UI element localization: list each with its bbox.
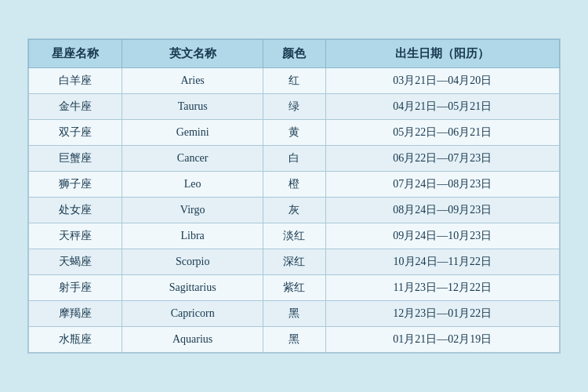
table-row: 天蝎座Scorpio深红10月24日—11月22日 xyxy=(29,249,560,275)
cell-chinese: 狮子座 xyxy=(29,172,122,198)
cell-color: 深红 xyxy=(263,249,325,275)
cell-english: Scorpio xyxy=(122,249,263,275)
table-row: 处女座Virgo灰08月24日—09月23日 xyxy=(29,198,560,223)
cell-color: 黄 xyxy=(263,120,325,146)
cell-color: 紫红 xyxy=(263,275,325,301)
table-row: 巨蟹座Cancer白06月22日—07月23日 xyxy=(29,146,560,172)
table-row: 白羊座Aries红03月21日—04月20日 xyxy=(29,68,560,94)
cell-english: Capricorn xyxy=(122,301,263,327)
cell-date: 12月23日—01月22日 xyxy=(325,301,559,327)
cell-english: Sagittarius xyxy=(122,275,263,301)
table-row: 金牛座Taurus绿04月21日—05月21日 xyxy=(29,94,560,120)
header-date: 出生日期（阳历） xyxy=(325,40,559,68)
cell-date: 09月24日—10月23日 xyxy=(325,223,559,249)
cell-chinese: 巨蟹座 xyxy=(29,146,122,172)
zodiac-table: 星座名称 英文名称 颜色 出生日期（阳历） 白羊座Aries红03月21日—04… xyxy=(28,39,560,353)
cell-date: 08月24日—09月23日 xyxy=(325,198,559,223)
header-chinese: 星座名称 xyxy=(29,40,122,68)
table-header-row: 星座名称 英文名称 颜色 出生日期（阳历） xyxy=(29,40,560,68)
cell-date: 05月22日—06月21日 xyxy=(325,120,559,146)
zodiac-table-container: 星座名称 英文名称 颜色 出生日期（阳历） 白羊座Aries红03月21日—04… xyxy=(27,38,561,354)
cell-date: 06月22日—07月23日 xyxy=(325,146,559,172)
cell-color: 绿 xyxy=(263,94,325,120)
cell-english: Gemini xyxy=(122,120,263,146)
cell-chinese: 水瓶座 xyxy=(29,327,122,353)
cell-date: 10月24日—11月22日 xyxy=(325,249,559,275)
header-color: 颜色 xyxy=(263,40,325,68)
cell-english: Cancer xyxy=(122,146,263,172)
table-row: 水瓶座Aquarius黑01月21日—02月19日 xyxy=(29,327,560,353)
cell-date: 11月23日—12月22日 xyxy=(325,275,559,301)
cell-color: 橙 xyxy=(263,172,325,198)
cell-english: Libra xyxy=(122,223,263,249)
cell-color: 黑 xyxy=(263,327,325,353)
cell-english: Aries xyxy=(122,68,263,94)
table-body: 白羊座Aries红03月21日—04月20日金牛座Taurus绿04月21日—0… xyxy=(29,68,560,353)
cell-english: Taurus xyxy=(122,94,263,120)
cell-chinese: 金牛座 xyxy=(29,94,122,120)
table-row: 摩羯座Capricorn黑12月23日—01月22日 xyxy=(29,301,560,327)
cell-color: 灰 xyxy=(263,198,325,223)
table-row: 射手座Sagittarius紫红11月23日—12月22日 xyxy=(29,275,560,301)
cell-chinese: 天蝎座 xyxy=(29,249,122,275)
cell-color: 淡红 xyxy=(263,223,325,249)
cell-english: Virgo xyxy=(122,198,263,223)
cell-color: 白 xyxy=(263,146,325,172)
cell-date: 04月21日—05月21日 xyxy=(325,94,559,120)
cell-date: 01月21日—02月19日 xyxy=(325,327,559,353)
header-english: 英文名称 xyxy=(122,40,263,68)
cell-color: 黑 xyxy=(263,301,325,327)
cell-chinese: 射手座 xyxy=(29,275,122,301)
cell-chinese: 摩羯座 xyxy=(29,301,122,327)
cell-chinese: 双子座 xyxy=(29,120,122,146)
table-row: 狮子座Leo橙07月24日—08月23日 xyxy=(29,172,560,198)
cell-english: Leo xyxy=(122,172,263,198)
cell-chinese: 处女座 xyxy=(29,198,122,223)
cell-chinese: 天秤座 xyxy=(29,223,122,249)
table-row: 双子座Gemini黄05月22日—06月21日 xyxy=(29,120,560,146)
cell-date: 07月24日—08月23日 xyxy=(325,172,559,198)
cell-english: Aquarius xyxy=(122,327,263,353)
cell-color: 红 xyxy=(263,68,325,94)
table-row: 天秤座Libra淡红09月24日—10月23日 xyxy=(29,223,560,249)
cell-date: 03月21日—04月20日 xyxy=(325,68,559,94)
cell-chinese: 白羊座 xyxy=(29,68,122,94)
